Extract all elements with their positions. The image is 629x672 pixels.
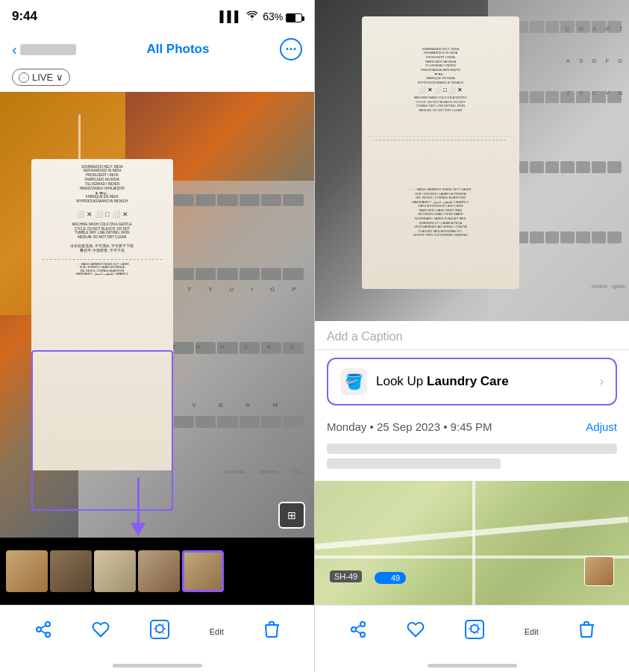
- photo-background-left: QWERTYUIOP ASDFGHJKL ZXCVBNM controlopti…: [0, 92, 314, 538]
- share-icon-right: [349, 620, 367, 643]
- back-label: Album Name: [20, 44, 76, 55]
- share-button-left[interactable]: [34, 620, 52, 643]
- edit-button-right[interactable]: Edit: [525, 627, 539, 636]
- back-button[interactable]: ‹ Album Name: [12, 41, 76, 58]
- bottom-toolbar-right: Edit: [315, 605, 629, 672]
- signal-icon: ▌▌▌: [219, 10, 242, 22]
- strip-thumb-4[interactable]: [138, 550, 180, 592]
- caption-area[interactable]: Add a Caption: [315, 321, 629, 350]
- photo-strip: [0, 538, 314, 605]
- status-time: 9:44: [12, 9, 37, 24]
- map-thumbnail: [584, 556, 614, 586]
- strip-thumb-selected[interactable]: [182, 550, 224, 592]
- adjust-button[interactable]: Adjust: [586, 420, 617, 433]
- metadata-date: Monday • 25 Sep 2023 • 9:45 PM: [327, 420, 492, 433]
- svg-rect-0: [151, 620, 169, 638]
- status-bar-left: 9:44 ▌▌▌ 63%: [0, 0, 314, 33]
- right-panel: QWERT ASDFG ZXCVB controloption SZARMAZA…: [315, 0, 629, 672]
- share-button-right[interactable]: [349, 620, 367, 643]
- wifi-icon: [246, 10, 258, 22]
- main-photo-left: QWERTYUIOP ASDFGHJKL ZXCVBNM controlopti…: [0, 92, 314, 538]
- edit-label-right: Edit: [525, 627, 539, 636]
- visual-search-button-left[interactable]: [149, 619, 170, 644]
- chevron-left-icon: ‹: [12, 41, 17, 58]
- live-circle-icon: ○: [19, 72, 29, 83]
- lookup-bold: Laundry Care: [427, 374, 509, 388]
- live-button[interactable]: ○ LIVE ∨: [12, 69, 70, 86]
- map-area[interactable]: SH-49 49: [315, 481, 629, 605]
- clothing-label-left: SZARMAZASI HELY: INDIAVERVAARDIGD IN IND…: [31, 159, 172, 471]
- more-button[interactable]: ···: [280, 38, 302, 60]
- metadata-row: Monday • 25 Sep 2023 • 9:45 PM Adjust: [315, 413, 629, 441]
- home-indicator-left: [113, 664, 202, 668]
- strip-thumb-1[interactable]: [6, 550, 48, 592]
- map-marker: 49: [375, 572, 406, 584]
- svg-rect-2: [466, 620, 484, 638]
- arrow-indicator: [131, 478, 145, 536]
- lookup-icon-box: 🪣: [340, 368, 367, 395]
- lookup-chevron-icon: ›: [600, 375, 604, 388]
- heart-button-left[interactable]: [92, 620, 110, 643]
- live-badge-container: ○ LIVE ∨: [0, 66, 314, 92]
- delete-button-left[interactable]: [263, 620, 280, 643]
- delete-icon-right: [578, 620, 595, 643]
- edit-label: Edit: [210, 627, 224, 636]
- blur-line-1: [327, 444, 617, 454]
- share-icon: [34, 620, 52, 643]
- nav-bar-left: ‹ Album Name All Photos ···: [0, 33, 314, 66]
- visual-search-icon: [149, 619, 170, 644]
- caption-placeholder: Add a Caption: [327, 330, 402, 343]
- clothing-label-right: SZARMAZASI HELY: INDIAVERVAARDIGD IN IND…: [362, 16, 519, 290]
- live-chevron: ∨: [56, 72, 63, 83]
- heart-button-right[interactable]: [407, 620, 425, 643]
- lookup-prefix: Look Up: [376, 374, 427, 388]
- map-road-badge: SH-49: [330, 570, 362, 582]
- live-label: LIVE: [32, 72, 53, 83]
- more-icon: ···: [285, 43, 296, 56]
- status-icons: ▌▌▌ 63%: [219, 10, 302, 22]
- visual-text-button[interactable]: ⊞: [278, 502, 305, 529]
- strip-thumb-2[interactable]: [50, 550, 92, 592]
- delete-button-right[interactable]: [578, 620, 595, 643]
- photo-background-right: QWERT ASDFG ZXCVB controloption SZARMAZA…: [315, 0, 629, 321]
- left-panel: 9:44 ▌▌▌ 63% ‹ Albu: [0, 0, 314, 672]
- visual-search-icon-right: [464, 619, 485, 644]
- nav-title: All Photos: [146, 42, 209, 57]
- visual-search-button-right[interactable]: [464, 619, 485, 644]
- blurred-info: [315, 441, 629, 481]
- lookup-text: Look Up Laundry Care: [376, 374, 591, 389]
- delete-icon: [263, 620, 280, 643]
- heart-icon: [92, 620, 110, 643]
- blur-line-2: [327, 458, 501, 469]
- heart-icon-right: [407, 620, 425, 643]
- battery-icon: 63%: [263, 10, 302, 22]
- strip-thumb-3[interactable]: [94, 550, 136, 592]
- lookup-icon: 🪣: [345, 373, 363, 391]
- home-indicator-right: [428, 664, 517, 668]
- edit-button-left[interactable]: Edit: [210, 627, 224, 636]
- bottom-toolbar-left: Edit: [0, 605, 314, 672]
- lookup-card[interactable]: 🪣 Look Up Laundry Care ›: [327, 358, 617, 405]
- main-photo-right: QWERT ASDFG ZXCVB controloption SZARMAZA…: [315, 0, 629, 321]
